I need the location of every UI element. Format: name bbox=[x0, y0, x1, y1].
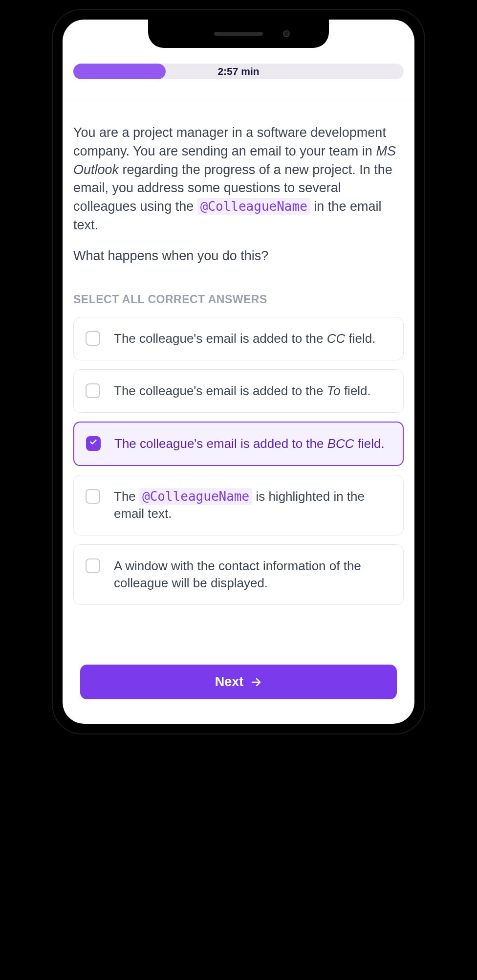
phone-screen-wrapper: 2:57 min You are a project manager in a … bbox=[63, 20, 414, 724]
checkmark-icon bbox=[89, 438, 97, 448]
front-camera bbox=[283, 30, 290, 37]
mention-token: @ColleagueName bbox=[197, 198, 310, 215]
option-text-pre: The bbox=[114, 489, 139, 504]
progress-fill bbox=[73, 64, 166, 79]
answer-option-3[interactable]: The colleague's email is added to the BC… bbox=[73, 422, 404, 466]
option-text-post: field. bbox=[345, 331, 375, 346]
mention-token: @ColleagueName bbox=[139, 488, 252, 505]
answer-option-4[interactable]: The @ColleagueName is highlighted in the… bbox=[73, 475, 404, 535]
option-text-em: BCC bbox=[327, 436, 354, 451]
option-text-post: field. bbox=[341, 383, 371, 398]
footer: Next bbox=[73, 660, 404, 709]
checkbox[interactable] bbox=[86, 331, 100, 346]
phone-frame: 2:57 min You are a project manager in a … bbox=[53, 10, 424, 734]
option-text-pre: The colleague's email is added to the bbox=[114, 436, 327, 451]
app-screen: 2:57 min You are a project manager in a … bbox=[63, 20, 414, 724]
checkbox[interactable] bbox=[86, 383, 100, 398]
option-text: The colleague's email is added to the CC… bbox=[114, 330, 375, 347]
checkbox[interactable] bbox=[86, 489, 100, 504]
arrow-right-icon bbox=[250, 676, 262, 688]
option-text-em: CC bbox=[327, 331, 346, 346]
option-text: The colleague's email is added to the To… bbox=[114, 382, 371, 400]
checkbox[interactable] bbox=[86, 436, 101, 451]
progress-bar: 2:57 min bbox=[73, 64, 404, 79]
option-text: A window with the contact information of… bbox=[114, 557, 391, 592]
divider bbox=[63, 99, 414, 99]
speaker-slot bbox=[214, 32, 263, 36]
answer-option-1[interactable]: The colleague's email is added to the CC… bbox=[73, 317, 404, 360]
checkbox[interactable] bbox=[86, 558, 100, 573]
phone-notch bbox=[148, 20, 329, 48]
option-text: The colleague's email is added to the BC… bbox=[114, 435, 385, 452]
question-followup: What happens when you do this? bbox=[73, 248, 404, 264]
next-button[interactable]: Next bbox=[80, 665, 397, 699]
option-text-em: To bbox=[327, 383, 341, 398]
instruction-label: SELECT ALL CORRECT ANSWERS bbox=[73, 293, 404, 306]
option-text-post: field. bbox=[354, 436, 385, 451]
option-text-pre: The colleague's email is added to the bbox=[114, 383, 327, 398]
next-button-label: Next bbox=[215, 674, 244, 690]
question-scenario: You are a project manager in a software … bbox=[73, 124, 404, 235]
options-list: The colleague's email is added to the CC… bbox=[73, 317, 404, 648]
option-text: The @ColleagueName is highlighted in the… bbox=[114, 488, 391, 522]
option-text-pre: A window with the contact information of… bbox=[114, 558, 361, 590]
scenario-pre: You are a project manager in a software … bbox=[73, 125, 386, 158]
option-text-pre: The colleague's email is added to the bbox=[114, 331, 327, 346]
timer-text: 2:57 min bbox=[217, 66, 259, 77]
answer-option-2[interactable]: The colleague's email is added to the To… bbox=[73, 369, 404, 413]
answer-option-5[interactable]: A window with the contact information of… bbox=[73, 544, 404, 605]
